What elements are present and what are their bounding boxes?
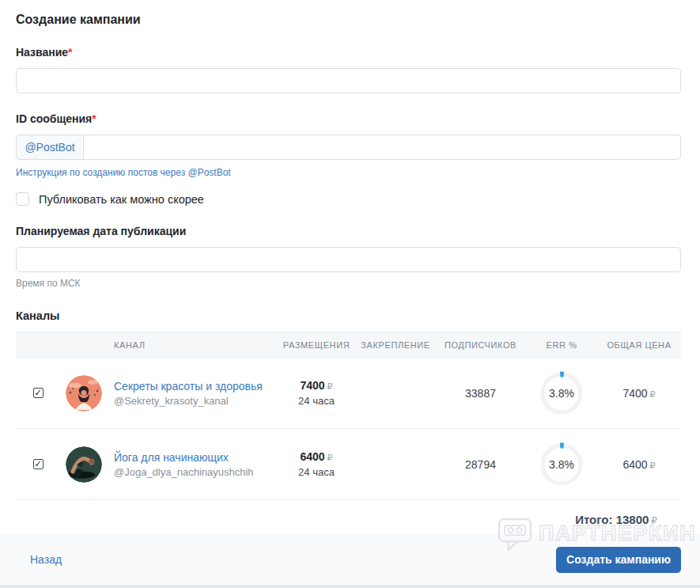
- channel-row: ✓ Йога для начинающих @Joga: [16, 429, 681, 500]
- channel-info-cell: Йога для начинающих @Joga_dlya_nachinayu…: [108, 451, 277, 478]
- placement-duration: 24 часа: [277, 395, 356, 407]
- err-percent-label: 3.8%: [539, 370, 585, 416]
- column-header-pin: ЗАКРЕПЛЕНИЕ: [356, 340, 435, 350]
- channel-info-cell: Секреты красоты и здоровья @Sekrety_kras…: [108, 380, 277, 407]
- placement-cell: 6400₽ 24 часа: [277, 450, 356, 478]
- channel-name-link[interactable]: Йога для начинающих: [114, 451, 229, 464]
- channel-handle: @Joga_dlya_nachinayushchih: [114, 466, 277, 478]
- row-checkbox-cell: ✓: [16, 459, 60, 469]
- grand-total-text: Итого: 13800: [575, 513, 649, 526]
- total-price-cell: 7400₽: [597, 387, 681, 400]
- err-donut-chart: 3.8%: [539, 370, 585, 416]
- channels-heading: Каналы: [16, 309, 681, 322]
- channel-avatar-beauty: [66, 375, 102, 412]
- message-id-field-label: ID сообщения*: [16, 112, 681, 125]
- err-donut-chart: 3.8%: [539, 442, 585, 487]
- ruble-sign: ₽: [650, 461, 656, 470]
- planned-date-input[interactable]: [16, 247, 681, 272]
- page-title: Создание кампании: [16, 13, 681, 27]
- name-field-label: Название*: [16, 46, 681, 59]
- column-header-channel: КАНАЛ: [108, 340, 277, 350]
- row-checkbox-cell: ✓: [16, 388, 60, 398]
- channel-row: ✓: [16, 358, 681, 429]
- msk-time-hint: Время по МСК: [16, 278, 681, 289]
- column-header-total-price: ОБЩАЯ ЦЕНА: [597, 340, 681, 350]
- ruble-sign: ₽: [327, 453, 333, 462]
- required-asterisk: *: [68, 46, 72, 59]
- ruble-sign: ₽: [327, 381, 333, 391]
- err-percent-label: 3.8%: [539, 442, 585, 487]
- err-cell: 3.8%: [526, 370, 597, 416]
- placement-duration: 24 часа: [277, 466, 356, 478]
- channels-table: КАНАЛ РАЗМЕЩЕНИЯ ЗАКРЕПЛЕНИЕ ПОДПИСЧИКОВ…: [16, 332, 681, 539]
- grand-total: Итого: 13800₽: [16, 500, 681, 539]
- channel-checkbox[interactable]: ✓: [33, 388, 44, 398]
- column-header-subscribers: ПОДПИСЧИКОВ: [435, 340, 526, 350]
- channel-handle: @Sekrety_krasoty_kanal: [114, 395, 277, 407]
- message-id-input-group: @PostBot: [16, 135, 681, 160]
- channel-avatar-yoga: [66, 446, 102, 483]
- planned-date-label: Планируемая дата публикации: [16, 225, 681, 237]
- channels-table-header: КАНАЛ РАЗМЕЩЕНИЯ ЗАКРЕПЛЕНИЕ ПОДПИСЧИКОВ…: [16, 332, 681, 358]
- row-avatar-cell: [60, 446, 108, 483]
- placement-cell: 7400₽ 24 часа: [277, 379, 356, 407]
- message-id-label-text: ID сообщения: [16, 112, 92, 125]
- postbot-prefix: @PostBot: [16, 135, 84, 160]
- placement-price: 7400: [300, 379, 324, 392]
- required-asterisk: *: [92, 112, 96, 125]
- placement-price: 6400: [300, 450, 324, 463]
- column-header-placements: РАЗМЕЩЕНИЯ: [277, 340, 356, 350]
- column-header-err: ERR %: [526, 340, 597, 350]
- ruble-sign: ₽: [651, 515, 657, 526]
- message-id-input[interactable]: [84, 135, 681, 160]
- channel-name-link[interactable]: Секреты красоты и здоровья: [114, 380, 263, 393]
- row-avatar-cell: [60, 375, 108, 412]
- publish-asap-row: Публиковать как можно скорее: [16, 192, 681, 206]
- postbot-instruction-link[interactable]: Инструкция по созданию постов через @Pos…: [16, 167, 231, 178]
- subscribers-cell: 28794: [435, 458, 526, 471]
- subscribers-cell: 33887: [435, 387, 526, 400]
- back-link[interactable]: Назад: [30, 553, 62, 566]
- ruble-sign: ₽: [650, 389, 656, 399]
- create-campaign-button[interactable]: Создать кампанию: [556, 547, 681, 573]
- total-price-value: 6400: [622, 458, 647, 471]
- err-cell: 3.8%: [526, 442, 597, 487]
- form-footer: Назад Создать кампанию: [0, 534, 700, 588]
- name-label-text: Название: [16, 46, 68, 59]
- channel-checkbox[interactable]: ✓: [33, 459, 44, 469]
- publish-asap-label: Публиковать как можно скорее: [39, 193, 204, 206]
- total-price-cell: 6400₽: [597, 458, 681, 471]
- publish-asap-checkbox[interactable]: [16, 192, 29, 206]
- campaign-name-input[interactable]: [16, 68, 681, 93]
- total-price-value: 7400: [622, 387, 647, 400]
- campaign-form: Создание кампании Название* ID сообщения…: [0, 0, 700, 539]
